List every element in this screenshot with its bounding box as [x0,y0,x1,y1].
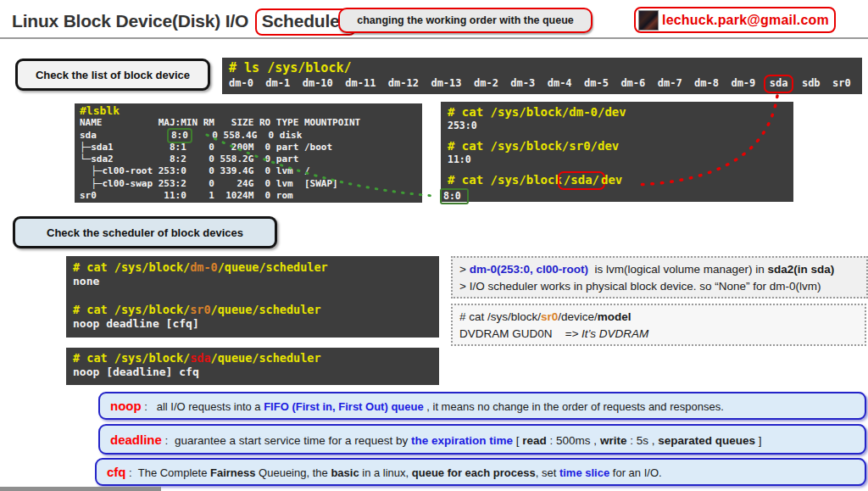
title-text: Linux Block Device(Disk) I/O [12,11,248,31]
sr0-reference: sr0 [541,310,558,323]
lsblk-row-cl00-root: ├─cl00-root 253:0 0 339.4G 0 lvm / [80,165,417,177]
terminal-dev-numbers: # cat /sys/block/dm-0/dev 253:0 # cat /s… [441,102,793,202]
command-cat-dm0-dev: # cat /sys/block/dm-0/dev [448,105,787,120]
avatar-image [638,10,659,31]
email-text: lechuck.park@gmail.com [662,13,829,28]
terminal-lsblk: #lsblk NAME MAJ:MIN RM SIZE RO TYPE MOUN… [75,103,422,203]
command-scheduler-sr0: # cat /sys/block/sr0/queue/scheduler [73,303,432,317]
output-sr0-dev: 11:0 [448,153,787,165]
command-cat-sr0-dev: # cat /sys/block/sr0/dev [448,139,787,153]
output-sda-dev: 8:0 [448,188,787,204]
terminal-scheduler-sda: # cat /sys/block/sda/queue/scheduler noo… [66,348,439,385]
lsblk-row-sr0: sr0 11:0 1 1024M 0 rom [80,190,417,202]
device-list-line: dm-0 dm-1 dm-10 dm-11 dm-12 dm-13 dm-2 d… [229,76,855,92]
section-label-block-device-list: Check the list of block device [15,59,210,91]
bottom-edge-strip [0,487,161,491]
header-divider [0,37,868,39]
lsblk-row-sda: sda 8:0 0 558.4G 0 disk [80,130,417,142]
page-title: Linux Block Device(Disk) I/O Scheduler [12,8,356,36]
sda-device-token: sda [190,351,210,365]
section-label-scheduler-check: Check the scheduler of block devices [13,216,277,248]
terminal-ls-sys-block: # ls /sys/block/ dm-0 dm-1 dm-10 dm-11 d… [222,58,862,94]
output-scheduler-sr0: noop deadline [cfq] [73,317,432,331]
deadline-term: deadline [110,432,162,447]
command-scheduler-sda: # cat /sys/block/sda/queue/scheduler [73,351,432,365]
lsblk-row-sda1: ├─sda1 8:1 0 200M 0 part /boot [80,142,417,153]
output-scheduler-sda: noop [deadline] cfq [73,365,432,379]
dvdram-comment: => It’s DVDRAM [553,327,649,340]
terminal-blank-line [73,288,432,303]
definition-deadline: deadline : guarantee a start service tim… [98,424,866,455]
lsblk-row-cl00-swap: ├─cl00-swap 253:2 0 24G 0 lvm [SWAP] [80,178,417,190]
cfq-term: cfq [107,465,126,479]
output-scheduler-dm0: none [73,275,432,288]
command-cat-sda-dev: # cat /sys/block/sda/dev [448,173,787,188]
sda-path-highlight-frame: /sda/ [558,171,605,190]
lsblk-row-sda2: └─sda2 8:2 0 558.2G 0 part [80,153,417,165]
dm0-reference: dm-0(253:0, cl00-root) [470,263,588,276]
definition-cfq: cfq : The Complete Fairness Queueing, th… [95,458,866,486]
note-sr0-model: # cat /sys/block/sr0/device/modelDVDRAM … [451,304,866,346]
command-lsblk: #lsblk [80,105,417,117]
command-scheduler-dm0: # cat /sys/block/dm-0/queue/scheduler [73,260,432,275]
majmin-match-highlight-frame: 8:0 [440,188,469,204]
terminal-scheduler-dm0-sr0: # cat /sys/block/dm-0/queue/scheduler no… [66,256,439,338]
output-dm0-dev: 253:0 [448,120,787,131]
slide-canvas: Linux Block Device(Disk) I/O Scheduler c… [0,0,868,491]
dm0-device-token: dm-0 [190,260,218,274]
email-badge: lechuck.park@gmail.com [634,7,836,33]
noop-term: noop [110,399,142,413]
definition-noop: noop : all I/O requests into a FIFO (Fir… [98,392,866,420]
lsblk-header-row: NAME MAJ:MIN RM SIZE RO TYPE MOUNTPOINT [80,117,417,129]
command-ls: # ls /sys/block/ [229,60,855,76]
subtitle-badge: changing the working order with the queu… [338,8,593,33]
sr0-device-token: sr0 [190,303,210,316]
note-dm0-lvm-explanation: > dm-0(253:0, cl00-root) is lvm(logical … [451,256,868,299]
